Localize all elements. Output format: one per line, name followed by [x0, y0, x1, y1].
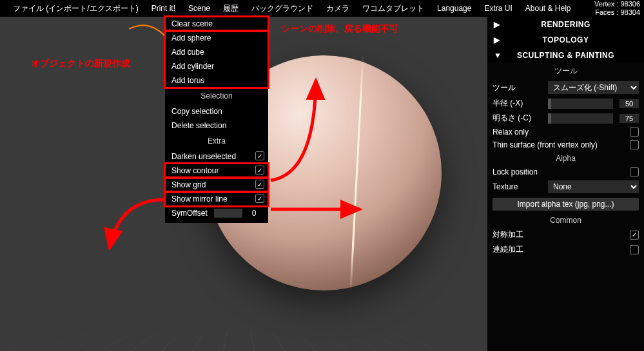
thin-label: Thin surface (front vertex only): [493, 140, 626, 149]
radius-label: 半径 (-X): [493, 98, 544, 109]
alpha-section-header: Alpha: [487, 151, 644, 166]
menu-about[interactable]: About & Help: [519, 4, 578, 13]
dd-mirror-check[interactable]: [255, 194, 264, 203]
dd-add-sphere[interactable]: Add sphere: [165, 31, 268, 45]
dd-darken-check[interactable]: [255, 151, 264, 160]
panel-rendering[interactable]: ▶ RENDERING: [487, 17, 644, 32]
chevron-right-icon: ▶: [494, 20, 500, 29]
dd-symoffset-slider[interactable]: [214, 209, 242, 218]
menu-history[interactable]: 履歴: [217, 3, 245, 14]
faces-label: Faces :: [595, 8, 620, 16]
annotation-scene-delete: シーンの削除、戻る機能不可: [281, 23, 398, 35]
dd-symoffset[interactable]: SymOffset 0: [165, 206, 268, 220]
scene-stats: Vertex : 98306 Faces : 98304: [594, 0, 640, 17]
vertex-label: Vertex :: [594, 0, 620, 8]
tool-label: ツール: [493, 82, 544, 93]
brightness-slider[interactable]: [548, 113, 613, 124]
dd-mirror-label: Show mirror line: [171, 194, 228, 204]
common-section-header: Common: [487, 213, 644, 227]
symmetry-label: 対称加工: [493, 229, 626, 240]
faces-count: 98304: [620, 8, 640, 16]
dd-extra-header: Extra: [165, 133, 268, 149]
menu-tablet[interactable]: ワコムタブレット: [356, 3, 431, 14]
brightness-label: 明るさ (-C): [493, 113, 544, 124]
dd-darken-unselected[interactable]: Darken unselected: [165, 149, 268, 164]
annotation-new-object: オブジェクトの新規作成: [31, 58, 130, 70]
menu-language[interactable]: Language: [431, 4, 478, 13]
dd-clear-scene[interactable]: Clear scene: [165, 17, 268, 31]
dd-grid-label: Show grid: [171, 180, 206, 189]
chevron-down-icon: ▼: [494, 51, 502, 60]
panel-rendering-title: RENDERING: [541, 20, 590, 29]
chevron-right-icon: ▶: [494, 35, 500, 44]
menu-scene[interactable]: Scene: [182, 4, 217, 13]
panel-sculpting[interactable]: ▼ SCULPTING & PAINTING: [487, 48, 644, 63]
continuous-label: 連続加工: [493, 244, 626, 255]
tool-section-header: ツール: [487, 63, 644, 79]
radius-value: 50: [620, 99, 639, 108]
menu-file[interactable]: ファイル (インポート/エクスポート): [6, 3, 145, 14]
thin-check[interactable]: [630, 140, 639, 149]
dd-grid-check[interactable]: [255, 180, 264, 189]
menu-extraui[interactable]: Extra UI: [478, 4, 518, 13]
side-panel: ▶ RENDERING ▶ TOPOLOGY ▼ SCULPTING & PAI…: [487, 17, 644, 351]
lockpos-check[interactable]: [630, 167, 639, 176]
dd-contour-label: Show contour: [171, 166, 219, 175]
import-alpha-button[interactable]: Import alpha tex (jpg, png...): [493, 198, 639, 211]
dd-show-grid[interactable]: Show grid: [165, 178, 268, 192]
dd-add-cube[interactable]: Add cube: [165, 45, 268, 59]
menubar: ファイル (インポート/エクスポート) Print it! Scene 履歴 バ…: [0, 0, 644, 17]
dd-darken-label: Darken unselected: [171, 152, 236, 161]
menu-background[interactable]: バックグラウンド: [245, 3, 320, 14]
dd-contour-check[interactable]: [255, 166, 264, 175]
relax-check[interactable]: [630, 128, 639, 137]
panel-topology-title: TOPOLOGY: [543, 35, 589, 44]
texture-select[interactable]: None: [548, 180, 639, 193]
dd-delete-selection[interactable]: Delete selection: [165, 119, 268, 133]
dd-symoffset-label: SymOffset: [171, 209, 208, 218]
dd-symoffset-value: 0: [246, 209, 262, 218]
menu-camera[interactable]: カメラ: [320, 3, 356, 14]
panel-topology[interactable]: ▶ TOPOLOGY: [487, 32, 644, 48]
dd-show-contour[interactable]: Show contour: [165, 164, 268, 178]
dd-add-cylinder[interactable]: Add cylinder: [165, 59, 268, 73]
texture-label: Texture: [493, 182, 544, 191]
tool-select[interactable]: スムーズ化 (-Shift): [548, 81, 639, 94]
symmetry-check[interactable]: [630, 231, 639, 240]
floor-grid: [0, 332, 487, 351]
dd-add-torus[interactable]: Add torus: [165, 73, 268, 88]
lockpos-label: Lock position: [493, 167, 626, 176]
continuous-check[interactable]: [630, 245, 639, 254]
radius-slider[interactable]: [548, 99, 613, 109]
dd-selection-header: Selection: [165, 88, 268, 104]
brightness-value: 75: [620, 114, 639, 123]
vertex-count: 98306: [620, 0, 640, 8]
panel-sculpting-title: SCULPTING & PAINTING: [517, 51, 614, 60]
menu-print[interactable]: Print it!: [145, 4, 182, 13]
dd-show-mirror[interactable]: Show mirror line: [165, 192, 268, 206]
relax-label: Relax only: [493, 128, 626, 137]
dd-copy-selection[interactable]: Copy selection: [165, 104, 268, 119]
scene-dropdown: Clear scene Add sphere Add cube Add cyli…: [165, 17, 268, 223]
